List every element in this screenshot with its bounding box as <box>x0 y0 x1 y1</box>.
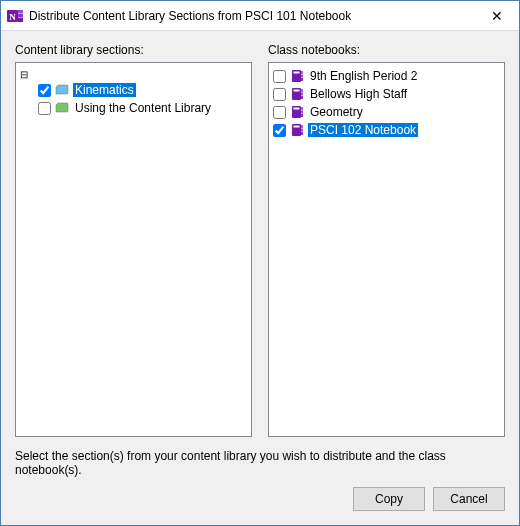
tree-toggle[interactable]: ⊟ <box>18 69 29 80</box>
section-label: Using the Content Library <box>73 101 213 115</box>
svg-rect-17 <box>301 107 303 110</box>
notebook-icon <box>290 105 304 119</box>
notebook-label: Geometry <box>308 105 365 119</box>
titlebar: N Distribute Content Library Sections fr… <box>1 1 519 31</box>
notebook-row[interactable]: PSCI 102 Notebook <box>271 121 502 139</box>
button-row: Copy Cancel <box>15 487 505 511</box>
notebook-label: Bellows High Staff <box>308 87 409 101</box>
svg-rect-11 <box>294 90 300 92</box>
dialog-window: N Distribute Content Library Sections fr… <box>0 0 520 526</box>
notebook-checkbox[interactable] <box>273 88 286 101</box>
notebook-label: PSCI 102 Notebook <box>308 123 418 137</box>
copy-button[interactable]: Copy <box>353 487 425 511</box>
svg-rect-3 <box>18 14 23 18</box>
instruction-text: Select the section(s) from your content … <box>15 449 505 477</box>
notebook-checkbox[interactable] <box>273 124 286 137</box>
notebook-checkbox[interactable] <box>273 106 286 119</box>
notebook-row[interactable]: 9th English Period 2 <box>271 67 502 85</box>
notebooks-label: Class notebooks: <box>268 43 505 57</box>
svg-rect-6 <box>294 72 300 74</box>
onenote-icon: N <box>7 8 23 24</box>
cancel-button[interactable]: Cancel <box>433 487 505 511</box>
svg-rect-16 <box>294 108 300 110</box>
svg-rect-12 <box>301 89 303 92</box>
notebook-row[interactable]: Geometry <box>271 103 502 121</box>
dialog-content: Content library sections: ⊟ KinematicsUs… <box>1 31 519 525</box>
section-label: Kinematics <box>73 83 136 97</box>
svg-rect-7 <box>301 71 303 74</box>
section-row[interactable]: Kinematics <box>36 81 249 99</box>
notebook-icon <box>290 123 304 137</box>
svg-rect-21 <box>294 126 300 128</box>
svg-rect-22 <box>301 125 303 128</box>
section-icon <box>55 101 69 115</box>
section-checkbox[interactable] <box>38 102 51 115</box>
notebook-checkbox[interactable] <box>273 70 286 83</box>
section-checkbox[interactable] <box>38 84 51 97</box>
svg-rect-8 <box>301 75 303 78</box>
window-title: Distribute Content Library Sections from… <box>29 9 474 23</box>
sections-label: Content library sections: <box>15 43 252 57</box>
tree-root: ⊟ KinematicsUsing the Content Library <box>18 67 249 117</box>
notebook-icon <box>290 87 304 101</box>
svg-rect-18 <box>301 111 303 114</box>
notebook-row[interactable]: Bellows High Staff <box>271 85 502 103</box>
notebook-icon <box>290 69 304 83</box>
notebooks-column: Class notebooks: 9th English Period 2Bel… <box>268 43 505 437</box>
svg-rect-24 <box>301 132 303 135</box>
svg-rect-13 <box>301 93 303 96</box>
svg-rect-2 <box>18 10 23 14</box>
section-row[interactable]: Using the Content Library <box>36 99 249 117</box>
close-button[interactable]: ✕ <box>474 1 519 31</box>
section-icon <box>55 83 69 97</box>
svg-rect-9 <box>301 78 303 81</box>
close-icon: ✕ <box>491 8 503 24</box>
svg-rect-14 <box>301 96 303 99</box>
sections-listbox[interactable]: ⊟ KinematicsUsing the Content Library <box>15 62 252 437</box>
notebook-label: 9th English Period 2 <box>308 69 419 83</box>
svg-rect-19 <box>301 114 303 117</box>
svg-rect-23 <box>301 129 303 132</box>
sections-column: Content library sections: ⊟ KinematicsUs… <box>15 43 252 437</box>
columns: Content library sections: ⊟ KinematicsUs… <box>15 43 505 437</box>
notebooks-listbox[interactable]: 9th English Period 2Bellows High StaffGe… <box>268 62 505 437</box>
svg-text:N: N <box>9 11 16 21</box>
svg-rect-4 <box>18 18 23 22</box>
